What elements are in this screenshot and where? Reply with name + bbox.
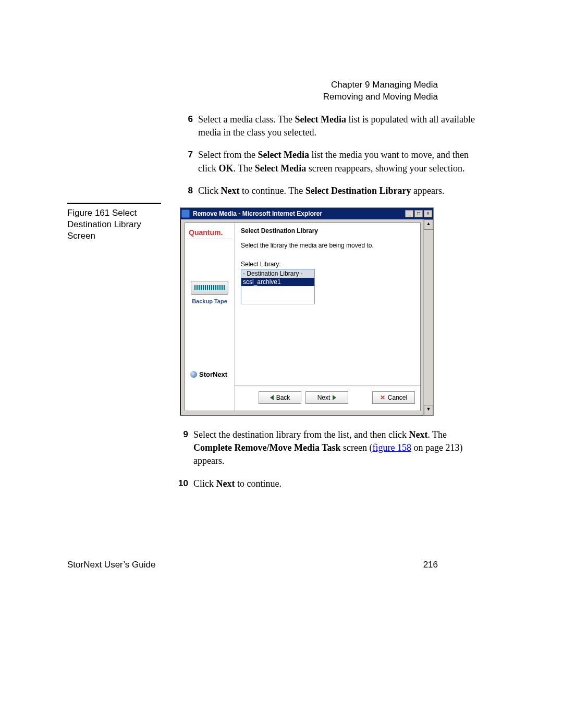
dialog-body: Quantum. Backup Tape StorNext Select Des… [185,223,421,411]
figure-caption: Figure 161 Select Destination Library Sc… [67,207,172,242]
step-number: 10 [174,477,193,490]
step-6: 6 Select a media class. The Select Media… [179,113,486,139]
step-text: Select the destination library from the … [193,428,487,468]
cancel-button[interactable]: ✕Cancel [372,391,415,404]
stornext-label: StorNext [199,371,227,378]
page-header: Chapter 9 Managing Media Removing and Mo… [323,79,438,103]
sidebar-label: Backup Tape [187,298,232,304]
dialog-sidebar: Quantum. Backup Tape StorNext [185,223,235,411]
chapter-line: Chapter 9 Managing Media [323,79,438,91]
figure-158-link[interactable]: figure 158 [372,442,411,453]
title-bar: Remove Media - Microsoft Internet Explor… [180,208,433,219]
window-title: Remove Media - Microsoft Internet Explor… [193,210,322,217]
minimize-button[interactable]: _ [405,210,413,217]
next-button[interactable]: Next [305,391,348,404]
ie-icon [181,209,190,218]
close-button[interactable]: × [424,210,432,217]
cancel-label: Cancel [388,394,407,401]
step-7: 7 Select from the Select Media list the … [179,149,486,175]
maximize-button[interactable]: □ [414,210,423,217]
stornext-brand: StorNext [190,371,227,378]
title-bar-left: Remove Media - Microsoft Internet Explor… [181,209,322,218]
dialog-main: Select Destination Library Select the li… [235,223,420,411]
step-number: 9 [174,428,193,468]
step-text: Click Next to continue. The Select Desti… [198,184,486,198]
step-text: Click Next to continue. [193,477,487,490]
step-text: Select from the Select Media list the me… [198,149,486,175]
dialog-button-row: Back Next ✕Cancel [235,385,420,406]
step-10: 10 Click Next to continue. [174,477,487,490]
next-label: Next [317,394,331,401]
footer-guide-name: StorNext User’s Guide [67,560,155,570]
dialog-heading: Select Destination Library [241,227,414,235]
step-9: 9 Select the destination library from th… [174,428,487,468]
back-label: Back [276,394,290,401]
step-number: 6 [179,113,198,139]
dialog-instruction: Select the library the media are being m… [241,242,414,249]
back-arrow-icon [270,395,274,400]
list-item-selected[interactable]: scsi_archive1 [241,278,314,286]
step-8: 8 Click Next to continue. The Select Des… [179,184,486,198]
scroll-down-button[interactable]: ▼ [424,405,433,415]
step-number: 7 [179,149,198,175]
section-line: Removing and Moving Media [323,91,438,103]
steps-lower: 9 Select the destination library from th… [174,428,487,500]
tape-image [191,281,228,295]
library-listbox[interactable]: - Destination Library - scsi_archive1 [241,269,315,304]
back-button[interactable]: Back [259,391,301,404]
scrollbar[interactable]: ▲ ▼ [423,219,433,415]
window-buttons: _ □ × [405,210,432,217]
figure-rule [67,203,161,204]
listbox-label: Select Library: [241,261,414,268]
footer-page-number: 216 [423,560,438,570]
next-arrow-icon [333,395,336,400]
list-header: - Destination Library - [241,269,314,278]
steps-upper: 6 Select a media class. The Select Media… [179,113,486,207]
cancel-x-icon: ✕ [380,394,385,401]
scroll-up-button[interactable]: ▲ [424,219,433,230]
step-number: 8 [179,184,198,198]
step-text: Select a media class. The Select Media l… [198,113,486,139]
stornext-icon [190,371,197,378]
quantum-brand: Quantum. [187,228,232,239]
screenshot-window: Remove Media - Microsoft Internet Explor… [180,207,434,416]
